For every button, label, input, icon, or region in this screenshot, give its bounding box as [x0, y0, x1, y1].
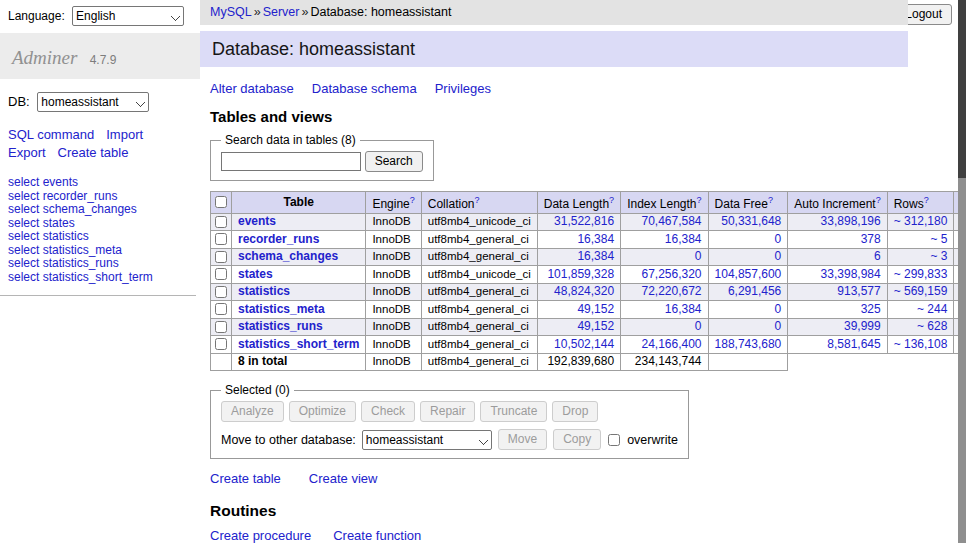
rows-link[interactable]: ~ 244 — [917, 302, 947, 316]
sidebar-table-link-select-statistics[interactable]: select statistics — [8, 230, 192, 244]
column-hint-link[interactable]: ? — [410, 195, 415, 205]
rows-link[interactable]: ~ 569,159 — [894, 284, 948, 298]
sidebar-link-export[interactable]: Export — [8, 145, 46, 160]
copy-button[interactable]: Copy — [553, 429, 601, 450]
table-link[interactable]: states — [238, 267, 273, 281]
column-hint-link[interactable]: ? — [609, 195, 614, 205]
db-action-database-schema[interactable]: Database schema — [312, 81, 417, 96]
row-checkbox[interactable] — [215, 321, 227, 333]
row-checkbox[interactable] — [215, 286, 227, 298]
sidebar-table-link-select-events[interactable]: select events — [8, 176, 192, 190]
check-button[interactable]: Check — [361, 401, 415, 422]
auto-increment-link[interactable]: 33,898,196 — [821, 214, 881, 228]
app-name[interactable]: Adminer — [12, 47, 77, 68]
data-free-link[interactable]: 0 — [775, 302, 782, 316]
column-hint-link[interactable]: ? — [768, 195, 773, 205]
data-length-link[interactable]: 16,384 — [577, 232, 614, 246]
analyze-button[interactable]: Analyze — [221, 401, 284, 422]
drop-button[interactable]: Drop — [552, 401, 598, 422]
data-free-link[interactable]: 50,331,648 — [721, 214, 781, 228]
table-link[interactable]: schema_changes — [238, 249, 338, 263]
data-length-link[interactable]: 49,152 — [577, 319, 614, 333]
column-hint-link[interactable]: ? — [697, 195, 702, 205]
column-hint-link[interactable]: ? — [876, 195, 881, 205]
sidebar-link-import[interactable]: Import — [106, 127, 143, 142]
auto-increment-link[interactable]: 39,999 — [844, 319, 881, 333]
rows-link[interactable]: ~ 136,108 — [894, 337, 948, 351]
row-checkbox[interactable] — [215, 233, 227, 245]
table-link[interactable]: statistics_runs — [238, 319, 323, 333]
index-length-link[interactable]: 0 — [695, 319, 702, 333]
scrollbar[interactable] — [958, 0, 966, 543]
data-length-link[interactable]: 101,859,328 — [547, 267, 614, 281]
auto-increment-link[interactable]: 325 — [861, 302, 881, 316]
index-length-link[interactable]: 24,166,400 — [641, 337, 701, 351]
auto-increment-link[interactable]: 913,577 — [837, 284, 880, 298]
sidebar-table-link-select-statistics-runs[interactable]: select statistics_runs — [8, 257, 192, 271]
row-checkbox[interactable] — [215, 268, 227, 280]
auto-increment-link[interactable]: 8,581,645 — [827, 337, 880, 351]
optimize-button[interactable]: Optimize — [289, 401, 356, 422]
rows-link[interactable]: ~ 628 — [917, 319, 947, 333]
data-free-link[interactable]: 188,743,680 — [715, 337, 782, 351]
data-free-link[interactable]: 104,857,600 — [715, 267, 782, 281]
rows-link[interactable]: ~ 312,180 — [894, 214, 948, 228]
table-link[interactable]: statistics_meta — [238, 302, 325, 316]
row-checkbox[interactable] — [215, 216, 227, 228]
move-button[interactable]: Move — [498, 429, 547, 450]
sidebar-table-link-select-statistics-short-term[interactable]: select statistics_short_term — [8, 271, 192, 285]
db-action-privileges[interactable]: Privileges — [435, 81, 491, 96]
rows-link[interactable]: ~ 3 — [930, 249, 947, 263]
rows-link[interactable]: ~ 299,833 — [894, 267, 948, 281]
index-length-link[interactable]: 70,467,584 — [641, 214, 701, 228]
overwrite-checkbox[interactable] — [608, 434, 620, 446]
select-all-checkbox[interactable] — [215, 196, 227, 208]
index-length-link[interactable]: 67,256,320 — [641, 267, 701, 281]
db-select[interactable]: homeassistant — [37, 92, 149, 112]
index-length-link[interactable]: 72,220,672 — [641, 284, 701, 298]
data-length-link[interactable]: 48,824,320 — [554, 284, 614, 298]
index-length-link[interactable]: 16,384 — [665, 302, 702, 316]
sidebar-table-link-select-schema-changes[interactable]: select schema_changes — [8, 203, 192, 217]
column-hint-link[interactable]: ? — [924, 195, 929, 205]
sidebar-table-link-select-states[interactable]: select states — [8, 217, 192, 231]
table-link[interactable]: events — [238, 214, 276, 228]
data-free-link[interactable]: 6,291,456 — [728, 284, 781, 298]
data-free-link[interactable]: 0 — [775, 319, 782, 333]
auto-increment-link[interactable]: 6 — [874, 249, 881, 263]
sidebar-table-link-select-statistics-meta[interactable]: select statistics_meta — [8, 244, 192, 258]
row-checkbox[interactable] — [215, 251, 227, 263]
search-button[interactable]: Search — [365, 151, 423, 172]
table-link[interactable]: recorder_runs — [238, 232, 319, 246]
index-length-link[interactable]: 0 — [695, 249, 702, 263]
row-checkbox[interactable] — [215, 303, 227, 315]
data-length-link[interactable]: 31,522,816 — [554, 214, 614, 228]
create-link-create-view[interactable]: Create view — [309, 471, 378, 486]
sidebar-table-link-select-recorder-runs[interactable]: select recorder_runs — [8, 190, 192, 204]
index-length-link[interactable]: 16,384 — [665, 232, 702, 246]
table-link[interactable]: statistics_short_term — [238, 337, 359, 351]
routines-link-create-function[interactable]: Create function — [333, 528, 421, 543]
auto-increment-link[interactable]: 33,398,984 — [821, 267, 881, 281]
sidebar-link-sql-command[interactable]: SQL command — [8, 127, 94, 142]
data-free-link[interactable]: 0 — [775, 249, 782, 263]
column-hint-link[interactable]: ? — [474, 195, 479, 205]
create-link-create-table[interactable]: Create table — [210, 471, 281, 486]
row-checkbox[interactable] — [215, 338, 227, 350]
data-length-link[interactable]: 49,152 — [577, 302, 614, 316]
data-length-link[interactable]: 10,502,144 — [554, 337, 614, 351]
search-input[interactable] — [221, 152, 361, 171]
db-action-alter-database[interactable]: Alter database — [210, 81, 294, 96]
breadcrumb-link-server[interactable]: Server — [263, 5, 300, 19]
repair-button[interactable]: Repair — [420, 401, 475, 422]
rows-link[interactable]: ~ 5 — [930, 232, 947, 246]
data-free-link[interactable]: 0 — [775, 232, 782, 246]
move-db-select[interactable]: homeassistant — [362, 430, 492, 450]
table-link[interactable]: statistics — [238, 284, 290, 298]
scrollbar-thumb[interactable] — [958, 0, 966, 178]
language-select[interactable]: English — [72, 6, 184, 26]
breadcrumb-link-mysql[interactable]: MySQL — [210, 5, 252, 19]
sidebar-link-create-table[interactable]: Create table — [58, 145, 129, 160]
data-length-link[interactable]: 16,384 — [577, 249, 614, 263]
auto-increment-link[interactable]: 378 — [861, 232, 881, 246]
